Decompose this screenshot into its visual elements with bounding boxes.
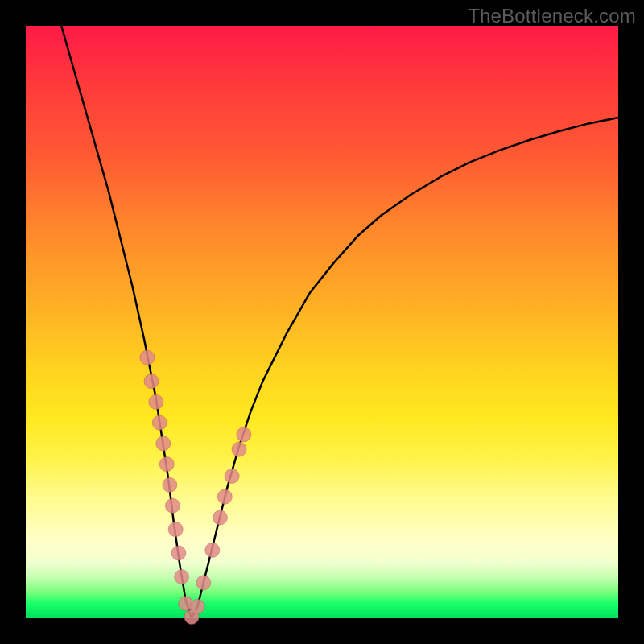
data-point (149, 394, 163, 409)
data-point (159, 457, 174, 472)
chart-frame: TheBottleneck.com (0, 0, 644, 644)
data-point (213, 510, 227, 525)
data-point (156, 436, 171, 451)
data-point (217, 489, 232, 504)
bottleneck-curve (61, 26, 618, 618)
data-point (163, 477, 177, 492)
data-point (144, 374, 159, 389)
data-point (140, 350, 155, 365)
watermark-text: TheBottleneck.com (468, 5, 636, 27)
data-point (196, 576, 211, 590)
data-point (205, 543, 220, 557)
data-point (237, 427, 251, 442)
highlighted-points (140, 350, 251, 624)
data-point (175, 570, 189, 584)
data-point (190, 599, 204, 613)
data-point (225, 469, 239, 483)
plot-area (26, 26, 618, 618)
data-point (168, 522, 183, 537)
curve-layer (26, 26, 618, 618)
data-point (171, 546, 186, 560)
data-point (152, 415, 167, 430)
data-point (166, 498, 180, 513)
data-point (232, 442, 246, 456)
